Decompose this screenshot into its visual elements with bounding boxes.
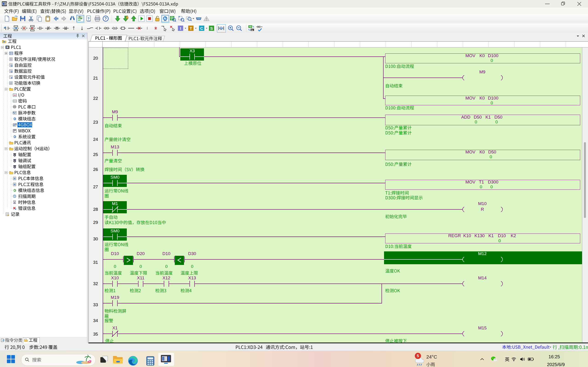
svg-text:R: R (106, 27, 108, 30)
svg-text:IL: IL (251, 29, 254, 31)
svg-text:S: S (114, 27, 116, 30)
svg-text:I/O: I/O (14, 94, 16, 96)
svg-text:?: ? (104, 17, 107, 21)
svg-text:C: C (200, 26, 203, 31)
svg-text:I: I (180, 26, 181, 31)
svg-text:T: T (190, 26, 192, 31)
svg-text:V: V (10, 82, 11, 84)
svg-text:?: ? (87, 17, 89, 20)
svg-text:S: S (210, 26, 213, 31)
svg-text:I: I (2, 339, 3, 342)
